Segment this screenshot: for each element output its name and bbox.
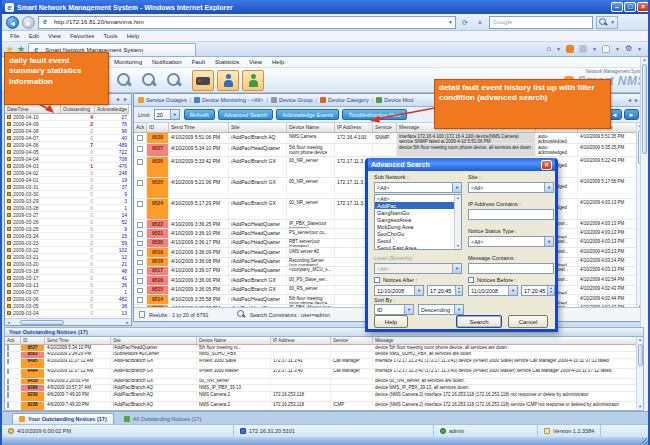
table-row[interactable]: 94944/10/2009 11:37:12 AM/AddPac/Branch …: [5, 369, 643, 379]
row-checkbox[interactable]: [137, 135, 143, 141]
app-menu-monitoring[interactable]: Monitoring: [114, 59, 142, 65]
scrollbar-thumb[interactable]: [638, 344, 643, 366]
menu-item-view[interactable]: View: [48, 33, 61, 39]
menu-item-edit[interactable]: Edit: [29, 33, 39, 39]
page-next-button[interactable]: ►: [624, 109, 639, 120]
before-date-select[interactable]: 11/10/2008 ▼: [468, 285, 518, 296]
summary-row[interactable]: 2009-03-27014: [5, 212, 131, 219]
row-checkbox[interactable]: [137, 260, 143, 266]
page-dropdown-icon[interactable]: ▼: [615, 46, 620, 52]
listbox-item[interactable]: Seoul East Area: [375, 244, 454, 250]
summary-row[interactable]: 2009-04-050722: [5, 149, 131, 156]
cancel-button[interactable]: Cancel: [508, 315, 548, 328]
summary-row[interactable]: 2009-03-17041: [5, 275, 131, 282]
row-checkbox[interactable]: [7, 359, 9, 365]
table-row[interactable]: 92394/6/2009 7:49:20 PM/AddPac/Branch AQ…: [5, 392, 643, 402]
row-checkbox[interactable]: [137, 241, 143, 247]
app-menu-view[interactable]: View: [249, 59, 262, 65]
panel-prev-icon[interactable]: ◄: [115, 96, 120, 102]
table-row[interactable]: 94184/9/2009 2:20:01 PM/AddPac/Branch GX…: [5, 379, 643, 386]
row-checkbox[interactable]: [7, 402, 9, 408]
menu-item-file[interactable]: File: [10, 33, 20, 39]
scroll-right-icon[interactable]: ►: [634, 97, 639, 103]
limit-select[interactable]: 20 ▼: [154, 109, 180, 120]
row-checkbox[interactable]: [7, 385, 9, 391]
users-view-button[interactable]: [242, 70, 264, 91]
status-type-select[interactable]: <All> ▼: [468, 236, 554, 247]
listbox-item[interactable]: GangNamGu: [375, 209, 454, 216]
view-tab[interactable]: Device Mod: [376, 97, 413, 103]
view-tab[interactable]: Device Monitoring - <All>: [194, 97, 263, 103]
scroll-down-icon[interactable]: ▼: [637, 404, 644, 409]
stop-icon[interactable]: ×: [474, 16, 486, 29]
column-header[interactable]: Acknowledge: [95, 105, 129, 114]
row-checkbox[interactable]: [137, 288, 143, 294]
feeds-icon[interactable]: [566, 45, 574, 53]
summary-row[interactable]: 2009-03-060482: [5, 296, 131, 303]
summary-row[interactable]: 2009-03-13036: [5, 282, 131, 289]
ip-contains-input[interactable]: [468, 209, 554, 220]
menu-item-favorites[interactable]: Favorites: [70, 33, 95, 39]
summary-row[interactable]: 2009-03-31037: [5, 184, 131, 191]
page-icon[interactable]: [602, 45, 610, 53]
summary-row[interactable]: 2009-04-08096: [5, 128, 131, 135]
summary-hscrollbar[interactable]: ◄ ►: [5, 318, 131, 325]
dialog-close-icon[interactable]: ×: [541, 160, 552, 170]
row-checkbox[interactable]: [137, 278, 143, 284]
view-tab[interactable]: Device Group: [271, 97, 313, 103]
column-header[interactable]: Site: [229, 123, 287, 133]
table-row[interactable]: 95274/10/2009 5:34:10 PM/AddPac/HeadQuar…: [134, 144, 643, 157]
button-advanced-search[interactable]: Advanced Search: [218, 109, 273, 120]
column-header[interactable]: Service: [331, 337, 373, 345]
panel-next-icon[interactable]: ►: [123, 96, 128, 102]
scroll-right-icon[interactable]: ►: [124, 320, 131, 325]
maximize-button[interactable]: □: [624, 2, 636, 12]
subnetwork-select[interactable]: <All> ▼: [374, 182, 462, 193]
summary-row[interactable]: 2009-03-24015: [5, 233, 131, 240]
device-view-button[interactable]: [192, 70, 214, 91]
app-menu-statistics[interactable]: Statistics: [215, 59, 239, 65]
scrollbar-thumb[interactable]: [642, 64, 647, 154]
minimize-button[interactable]: –: [611, 2, 623, 12]
summary-row[interactable]: 2009-03-26052: [5, 219, 131, 226]
notices-vscrollbar[interactable]: ▲ ▼: [636, 337, 643, 409]
listbox-item[interactable]: Seoul: [375, 237, 454, 244]
row-checkbox[interactable]: [137, 250, 143, 256]
view-tab[interactable]: Device Category: [320, 97, 369, 103]
close-button[interactable]: ×: [637, 2, 649, 12]
site-select[interactable]: <All> ▼: [468, 182, 554, 193]
row-checkbox[interactable]: [7, 369, 9, 375]
column-header[interactable]: Outstanding: [61, 105, 95, 114]
tab-your-outstanding-notices[interactable]: Your Outstanding Notices (17): [12, 413, 114, 424]
column-header[interactable]: Send Time: [169, 123, 229, 133]
scroll-up-icon[interactable]: ▲: [641, 57, 648, 62]
column-header[interactable]: IP Address: [335, 123, 373, 133]
row-checkbox[interactable]: [7, 392, 9, 398]
operator-view-button[interactable]: [217, 70, 239, 91]
summary-row[interactable]: 2009-03-2509: [5, 226, 131, 233]
column-header[interactable]: DateTime: [5, 105, 61, 114]
menu-item-help[interactable]: Help: [127, 33, 139, 39]
search-favorites-icon[interactable]: [164, 71, 184, 90]
print-icon[interactable]: [579, 45, 587, 53]
summary-row[interactable]: 2009-03-3009: [5, 191, 131, 198]
tab-all-outstanding-notices[interactable]: All Outstanding Notices (17): [118, 413, 207, 424]
address-dropdown-icon[interactable]: ▼: [448, 19, 453, 25]
help-button[interactable]: Help: [374, 315, 408, 328]
after-date-select[interactable]: 11/10/2008 ▼: [374, 285, 424, 296]
column-header[interactable]: Device Name: [287, 123, 335, 133]
home-dropdown-icon[interactable]: ▼: [556, 46, 561, 52]
row-checkbox[interactable]: [137, 201, 143, 207]
app-menu-notification[interactable]: Notification: [152, 59, 182, 65]
column-header[interactable]: Device Name: [197, 337, 271, 345]
summary-row[interactable]: 2009-04-09276: [5, 121, 131, 128]
summary-row[interactable]: 2009-03-18048: [5, 268, 131, 275]
before-time-spinner[interactable]: 17:20:45 ▲▼: [521, 285, 555, 296]
listbox-item[interactable]: <All>: [375, 195, 454, 202]
summary-row[interactable]: 2009-04-01019: [5, 177, 131, 184]
resize-grip[interactable]: [642, 438, 650, 444]
search-input[interactable]: Google: [489, 16, 593, 29]
button-acknowledge-events[interactable]: Acknowledge Events: [276, 109, 339, 120]
summary-row[interactable]: 2009-03-23059: [5, 240, 131, 247]
notices-before-checkbox[interactable]: [468, 277, 474, 283]
